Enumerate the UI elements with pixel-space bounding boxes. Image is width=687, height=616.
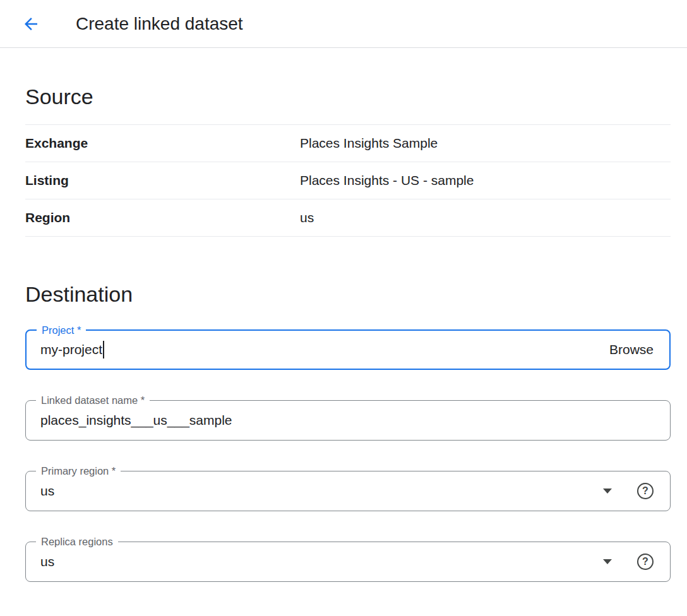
listing-value: Places Insights - US - sample	[300, 172, 474, 189]
dataset-name-field-group: Linked dataset name * places_insights___…	[25, 400, 671, 441]
table-row-listing: Listing Places Insights - US - sample	[25, 162, 671, 199]
exchange-label: Exchange	[25, 135, 300, 151]
table-row-exchange: Exchange Places Insights Sample	[25, 124, 671, 162]
content: Source Exchange Places Insights Sample L…	[0, 85, 687, 582]
text-cursor	[103, 341, 104, 358]
exchange-value: Places Insights Sample	[300, 135, 438, 151]
project-field-group: Project * my-project Browse	[25, 329, 671, 370]
dataset-name-field-label: Linked dataset name *	[36, 394, 150, 406]
help-icon[interactable]: ?	[637, 483, 654, 499]
project-field-label: Project *	[37, 324, 86, 336]
help-icon[interactable]: ?	[637, 554, 654, 570]
back-button[interactable]	[21, 15, 40, 33]
replica-regions-field-group: Replica regions us ?	[25, 542, 671, 582]
project-field-value: my-project	[40, 342, 102, 357]
primary-region-field-label: Primary region *	[36, 465, 121, 477]
primary-region-field-group: Primary region * us ?	[25, 471, 671, 511]
listing-label: Listing	[25, 172, 300, 189]
destination-heading: Destination	[25, 282, 671, 307]
browse-button[interactable]: Browse	[609, 342, 654, 357]
dataset-name-field-value: places_insights___us___sample	[40, 413, 232, 428]
replica-regions-field-label: Replica regions	[36, 535, 118, 548]
create-linked-dataset-page: Create linked dataset Source Exchange Pl…	[0, 0, 687, 616]
page-title: Create linked dataset	[76, 14, 243, 34]
arrow-back-icon	[21, 15, 40, 33]
table-row-region: Region us	[25, 199, 671, 237]
header: Create linked dataset	[0, 0, 687, 48]
chevron-down-icon	[603, 489, 612, 494]
source-heading: Source	[25, 85, 671, 109]
region-label: Region	[25, 210, 300, 226]
replica-regions-field-value: us	[40, 554, 54, 569]
primary-region-field-value: us	[40, 483, 54, 499]
chevron-down-icon	[603, 559, 612, 564]
replica-regions-select[interactable]: Replica regions us ?	[25, 542, 671, 582]
source-table: Exchange Places Insights Sample Listing …	[25, 124, 671, 237]
primary-region-select[interactable]: Primary region * us ?	[25, 471, 671, 511]
dataset-name-input[interactable]: Linked dataset name * places_insights___…	[25, 400, 671, 441]
project-input[interactable]: Project * my-project Browse	[25, 329, 671, 370]
region-value: us	[300, 210, 314, 226]
